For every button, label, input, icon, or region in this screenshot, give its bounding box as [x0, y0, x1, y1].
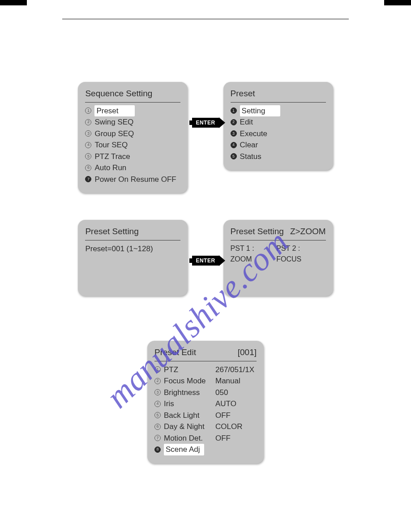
item-number-icon: 1	[85, 107, 91, 114]
kv-key: PTZ	[164, 364, 215, 376]
menu-item[interactable]: 4Tour SEQ	[85, 139, 180, 151]
menu-item[interactable]: 6Auto Run	[85, 162, 180, 174]
item-label: Execute	[240, 128, 267, 140]
item-number-icon: 2	[231, 119, 237, 125]
sub-right: PST 2 : FOCUS	[276, 243, 325, 265]
page-content: Sequence Setting 1Preset2Swing SEQ3Group…	[62, 19, 349, 463]
kv-value: 267/051/1X	[215, 364, 254, 376]
item-number-icon: 3	[231, 130, 237, 137]
title-right: [001]	[238, 346, 257, 359]
title-text: Preset Setting	[85, 225, 138, 238]
kv-pair: IrisAUTO	[164, 398, 236, 410]
panel-title: Preset Setting Z>ZOOM	[231, 225, 326, 240]
menu-item[interactable]: 7Power On Resume OFF	[85, 174, 180, 185]
kv-key: Day & Night	[164, 421, 215, 433]
item-number-icon: 3	[154, 389, 161, 395]
kv-pair: Scene Adj	[164, 444, 215, 455]
title-right: Z>ZOOM	[290, 225, 326, 238]
kv-value: 050	[215, 387, 228, 399]
item-number-icon: 7	[85, 176, 91, 182]
item-number-icon: 2	[85, 119, 91, 125]
menu-item[interactable]: 3Group SEQ	[85, 128, 180, 140]
row-sequence-preset: Sequence Setting 1Preset2Swing SEQ3Group…	[62, 82, 349, 193]
header-rule	[62, 19, 349, 19]
kv-pair: Focus ModeManual	[164, 375, 240, 387]
kv-pair: Back LightOFF	[164, 410, 231, 421]
enter-label: ENTER	[192, 256, 218, 266]
kv-value: COLOR	[215, 421, 242, 433]
kv-value: OFF	[215, 433, 231, 444]
item-number-icon: 4	[85, 142, 91, 148]
kv-key: Motion Det.	[164, 433, 215, 444]
item-label: Edit	[240, 116, 253, 128]
menu-item[interactable]: 5Status	[231, 151, 326, 163]
item-number-icon: 1	[231, 107, 237, 114]
menu-list: 1Preset2Swing SEQ3Group SEQ4Tour SEQ5PTZ…	[85, 105, 180, 185]
item-label: Setting	[240, 105, 280, 117]
item-label: Power On Resume OFF	[94, 174, 176, 185]
item-label: Clear	[240, 139, 258, 151]
item-number-icon: 4	[231, 142, 237, 148]
panel-title: Preset Setting	[85, 225, 180, 240]
item-number-icon: 5	[154, 412, 161, 418]
panel-title: Preset Edit [001]	[154, 346, 257, 361]
menu-item[interactable]: 4IrisAUTO	[154, 398, 257, 410]
row-preset-edit: Preset Edit [001] 1PTZ267/051/1X2Focus M…	[62, 341, 349, 463]
row-preset-setting: Preset Setting Preset=001 (1~128) ENTER …	[62, 220, 349, 296]
panel-subline: PST 1 : ZOOM PST 2 : FOCUS	[231, 243, 326, 265]
menu-item[interactable]: 1Setting	[231, 105, 326, 117]
kv-pair: PTZ267/051/1X	[164, 364, 254, 376]
panel-preset-setting-right: Preset Setting Z>ZOOM PST 1 : ZOOM PST 2…	[223, 220, 333, 296]
menu-item[interactable]: 1Preset	[85, 105, 180, 117]
menu-item[interactable]: 2Focus ModeManual	[154, 375, 257, 387]
menu-item[interactable]: 6Day & NightCOLOR	[154, 421, 257, 433]
menu-item[interactable]: 8Scene Adj	[154, 444, 257, 455]
item-label: Tour SEQ	[94, 139, 128, 151]
item-label: Group SEQ	[94, 128, 134, 140]
menu-item[interactable]: 3Brightness050	[154, 387, 257, 399]
panel-title: Sequence Setting	[85, 87, 180, 103]
kv-value: Manual	[215, 375, 240, 387]
menu-item[interactable]: 5PTZ Trace	[85, 151, 180, 163]
menu-item[interactable]: 4Clear	[231, 139, 326, 151]
kv-key: Brightness	[164, 387, 215, 399]
panel-preset-edit: Preset Edit [001] 1PTZ267/051/1X2Focus M…	[147, 341, 264, 463]
menu-item[interactable]: 1PTZ267/051/1X	[154, 364, 257, 376]
panel-preset: Preset 1Setting2Edit3Execute4Clear5Statu…	[223, 82, 333, 170]
kv-pair: Motion Det.OFF	[164, 433, 231, 444]
item-label: Preset	[94, 105, 135, 117]
menu-item[interactable]: 3Execute	[231, 128, 326, 140]
menu-list: 1PTZ267/051/1X2Focus ModeManual3Brightne…	[154, 364, 257, 455]
item-number-icon: 6	[85, 165, 91, 171]
item-number-icon: 2	[154, 378, 161, 384]
item-label: Status	[240, 151, 261, 163]
item-label: PTZ Trace	[94, 151, 130, 163]
panel-title: Preset	[231, 87, 326, 103]
item-number-icon: 5	[231, 153, 237, 159]
kv-key: Focus Mode	[164, 375, 215, 387]
item-number-icon: 6	[154, 424, 161, 430]
kv-value: OFF	[215, 410, 231, 421]
item-number-icon: 4	[154, 401, 161, 407]
kv-key: Iris	[164, 398, 215, 410]
preset-body: Preset=001 (1~128)	[85, 243, 180, 255]
item-number-icon: 1	[154, 366, 161, 373]
title-text: Sequence Setting	[85, 87, 152, 100]
menu-item[interactable]: 5Back LightOFF	[154, 410, 257, 421]
kv-pair: Brightness050	[164, 387, 228, 399]
menu-item[interactable]: 2Edit	[231, 116, 326, 128]
corner-bar-left	[0, 0, 27, 5]
panel-preset-setting-left: Preset Setting Preset=001 (1~128)	[78, 220, 188, 296]
item-number-icon: 5	[85, 153, 91, 159]
menu-item[interactable]: 7Motion Det.OFF	[154, 433, 257, 444]
kv-value: AUTO	[215, 398, 236, 410]
item-number-icon: 7	[154, 435, 161, 441]
item-label: Swing SEQ	[94, 116, 133, 128]
kv-key: Back Light	[164, 410, 215, 421]
kv-pair: Day & NightCOLOR	[164, 421, 242, 433]
enter-label: ENTER	[192, 118, 218, 128]
menu-item[interactable]: 2Swing SEQ	[85, 116, 180, 128]
arrow-enter-1: ENTER	[192, 118, 218, 128]
corner-bar-right	[384, 0, 411, 5]
title-left: Preset Setting	[231, 225, 284, 238]
